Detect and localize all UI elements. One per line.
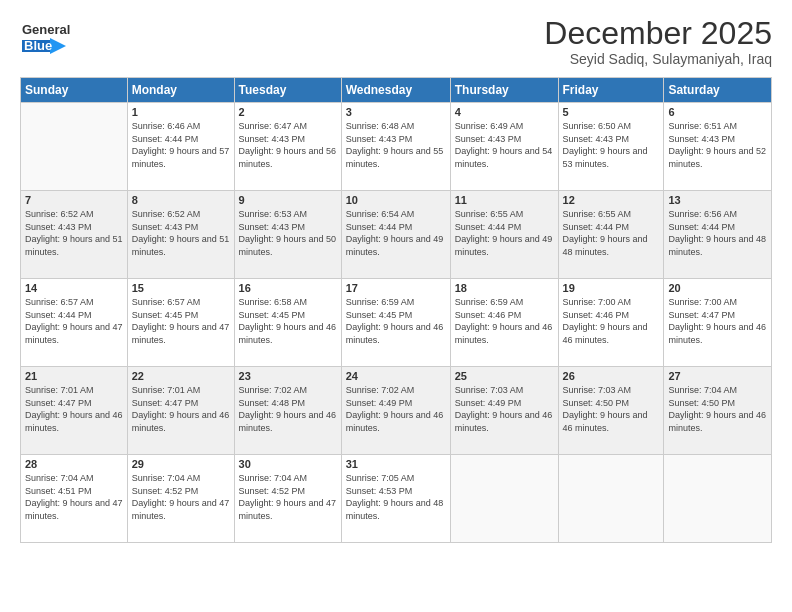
day-info: Sunrise: 6:59 AMSunset: 4:45 PMDaylight:… [346, 296, 446, 346]
day-number: 17 [346, 282, 446, 294]
weekday-header-tuesday: Tuesday [234, 78, 341, 103]
calendar-cell: 7Sunrise: 6:52 AMSunset: 4:43 PMDaylight… [21, 191, 128, 279]
day-number: 22 [132, 370, 230, 382]
day-number: 11 [455, 194, 554, 206]
calendar-week-row: 14Sunrise: 6:57 AMSunset: 4:44 PMDayligh… [21, 279, 772, 367]
calendar-cell: 22Sunrise: 7:01 AMSunset: 4:47 PMDayligh… [127, 367, 234, 455]
logo-blue-text: Blue [24, 38, 52, 53]
day-number: 27 [668, 370, 767, 382]
day-number: 1 [132, 106, 230, 118]
day-number: 20 [668, 282, 767, 294]
calendar-cell: 5Sunrise: 6:50 AMSunset: 4:43 PMDaylight… [558, 103, 664, 191]
day-number: 30 [239, 458, 337, 470]
day-number: 18 [455, 282, 554, 294]
day-number: 26 [563, 370, 660, 382]
calendar-cell: 11Sunrise: 6:55 AMSunset: 4:44 PMDayligh… [450, 191, 558, 279]
page: General Blue December 2025 Seyid Sadiq, … [0, 0, 792, 612]
day-info: Sunrise: 7:02 AMSunset: 4:49 PMDaylight:… [346, 384, 446, 434]
header: General Blue December 2025 Seyid Sadiq, … [20, 16, 772, 67]
day-number: 2 [239, 106, 337, 118]
calendar-cell: 14Sunrise: 6:57 AMSunset: 4:44 PMDayligh… [21, 279, 128, 367]
calendar-cell: 13Sunrise: 6:56 AMSunset: 4:44 PMDayligh… [664, 191, 772, 279]
day-info: Sunrise: 7:05 AMSunset: 4:53 PMDaylight:… [346, 472, 446, 522]
subtitle: Seyid Sadiq, Sulaymaniyah, Iraq [544, 51, 772, 67]
calendar-cell: 16Sunrise: 6:58 AMSunset: 4:45 PMDayligh… [234, 279, 341, 367]
day-info: Sunrise: 7:02 AMSunset: 4:48 PMDaylight:… [239, 384, 337, 434]
day-number: 31 [346, 458, 446, 470]
day-number: 24 [346, 370, 446, 382]
day-info: Sunrise: 6:57 AMSunset: 4:44 PMDaylight:… [25, 296, 123, 346]
day-number: 12 [563, 194, 660, 206]
day-info: Sunrise: 6:52 AMSunset: 4:43 PMDaylight:… [25, 208, 123, 258]
calendar-cell [664, 455, 772, 543]
day-info: Sunrise: 6:56 AMSunset: 4:44 PMDaylight:… [668, 208, 767, 258]
calendar-cell: 3Sunrise: 6:48 AMSunset: 4:43 PMDaylight… [341, 103, 450, 191]
calendar-cell [21, 103, 128, 191]
day-info: Sunrise: 7:04 AMSunset: 4:52 PMDaylight:… [132, 472, 230, 522]
calendar-week-row: 1Sunrise: 6:46 AMSunset: 4:44 PMDaylight… [21, 103, 772, 191]
day-number: 29 [132, 458, 230, 470]
calendar-cell: 30Sunrise: 7:04 AMSunset: 4:52 PMDayligh… [234, 455, 341, 543]
day-info: Sunrise: 6:59 AMSunset: 4:46 PMDaylight:… [455, 296, 554, 346]
calendar-week-row: 21Sunrise: 7:01 AMSunset: 4:47 PMDayligh… [21, 367, 772, 455]
day-info: Sunrise: 6:46 AMSunset: 4:44 PMDaylight:… [132, 120, 230, 170]
title-block: December 2025 Seyid Sadiq, Sulaymaniyah,… [544, 16, 772, 67]
day-number: 5 [563, 106, 660, 118]
calendar-cell: 4Sunrise: 6:49 AMSunset: 4:43 PMDaylight… [450, 103, 558, 191]
day-info: Sunrise: 7:01 AMSunset: 4:47 PMDaylight:… [132, 384, 230, 434]
day-info: Sunrise: 7:03 AMSunset: 4:50 PMDaylight:… [563, 384, 660, 434]
weekday-header-row: SundayMondayTuesdayWednesdayThursdayFrid… [21, 78, 772, 103]
day-number: 7 [25, 194, 123, 206]
day-info: Sunrise: 7:04 AMSunset: 4:50 PMDaylight:… [668, 384, 767, 434]
day-info: Sunrise: 7:00 AMSunset: 4:47 PMDaylight:… [668, 296, 767, 346]
calendar-week-row: 7Sunrise: 6:52 AMSunset: 4:43 PMDaylight… [21, 191, 772, 279]
calendar-cell: 23Sunrise: 7:02 AMSunset: 4:48 PMDayligh… [234, 367, 341, 455]
day-info: Sunrise: 6:58 AMSunset: 4:45 PMDaylight:… [239, 296, 337, 346]
weekday-header-saturday: Saturday [664, 78, 772, 103]
day-info: Sunrise: 6:57 AMSunset: 4:45 PMDaylight:… [132, 296, 230, 346]
day-number: 14 [25, 282, 123, 294]
calendar-cell: 25Sunrise: 7:03 AMSunset: 4:49 PMDayligh… [450, 367, 558, 455]
calendar-cell: 9Sunrise: 6:53 AMSunset: 4:43 PMDaylight… [234, 191, 341, 279]
calendar-cell: 26Sunrise: 7:03 AMSunset: 4:50 PMDayligh… [558, 367, 664, 455]
weekday-header-sunday: Sunday [21, 78, 128, 103]
calendar-cell: 6Sunrise: 6:51 AMSunset: 4:43 PMDaylight… [664, 103, 772, 191]
logo-general-text: General [22, 22, 70, 37]
calendar-cell [558, 455, 664, 543]
calendar-week-row: 28Sunrise: 7:04 AMSunset: 4:51 PMDayligh… [21, 455, 772, 543]
logo-arrow [50, 38, 66, 54]
day-info: Sunrise: 6:55 AMSunset: 4:44 PMDaylight:… [563, 208, 660, 258]
calendar-cell: 31Sunrise: 7:05 AMSunset: 4:53 PMDayligh… [341, 455, 450, 543]
calendar-cell: 24Sunrise: 7:02 AMSunset: 4:49 PMDayligh… [341, 367, 450, 455]
calendar-cell [450, 455, 558, 543]
calendar-cell: 1Sunrise: 6:46 AMSunset: 4:44 PMDaylight… [127, 103, 234, 191]
calendar-table: SundayMondayTuesdayWednesdayThursdayFrid… [20, 77, 772, 543]
calendar-cell: 29Sunrise: 7:04 AMSunset: 4:52 PMDayligh… [127, 455, 234, 543]
day-number: 28 [25, 458, 123, 470]
calendar-cell: 8Sunrise: 6:52 AMSunset: 4:43 PMDaylight… [127, 191, 234, 279]
day-number: 4 [455, 106, 554, 118]
day-number: 19 [563, 282, 660, 294]
day-info: Sunrise: 6:47 AMSunset: 4:43 PMDaylight:… [239, 120, 337, 170]
calendar-cell: 19Sunrise: 7:00 AMSunset: 4:46 PMDayligh… [558, 279, 664, 367]
day-info: Sunrise: 6:51 AMSunset: 4:43 PMDaylight:… [668, 120, 767, 170]
day-number: 8 [132, 194, 230, 206]
calendar-cell: 21Sunrise: 7:01 AMSunset: 4:47 PMDayligh… [21, 367, 128, 455]
calendar-cell: 10Sunrise: 6:54 AMSunset: 4:44 PMDayligh… [341, 191, 450, 279]
logo-svg: General Blue [20, 16, 100, 60]
day-number: 10 [346, 194, 446, 206]
weekday-header-monday: Monday [127, 78, 234, 103]
day-number: 16 [239, 282, 337, 294]
day-number: 23 [239, 370, 337, 382]
day-info: Sunrise: 6:54 AMSunset: 4:44 PMDaylight:… [346, 208, 446, 258]
day-number: 13 [668, 194, 767, 206]
day-number: 3 [346, 106, 446, 118]
day-info: Sunrise: 6:53 AMSunset: 4:43 PMDaylight:… [239, 208, 337, 258]
calendar-cell: 28Sunrise: 7:04 AMSunset: 4:51 PMDayligh… [21, 455, 128, 543]
calendar-cell: 2Sunrise: 6:47 AMSunset: 4:43 PMDaylight… [234, 103, 341, 191]
day-info: Sunrise: 6:50 AMSunset: 4:43 PMDaylight:… [563, 120, 660, 170]
day-info: Sunrise: 7:04 AMSunset: 4:51 PMDaylight:… [25, 472, 123, 522]
logo: General Blue [20, 16, 100, 60]
weekday-header-wednesday: Wednesday [341, 78, 450, 103]
day-info: Sunrise: 7:04 AMSunset: 4:52 PMDaylight:… [239, 472, 337, 522]
